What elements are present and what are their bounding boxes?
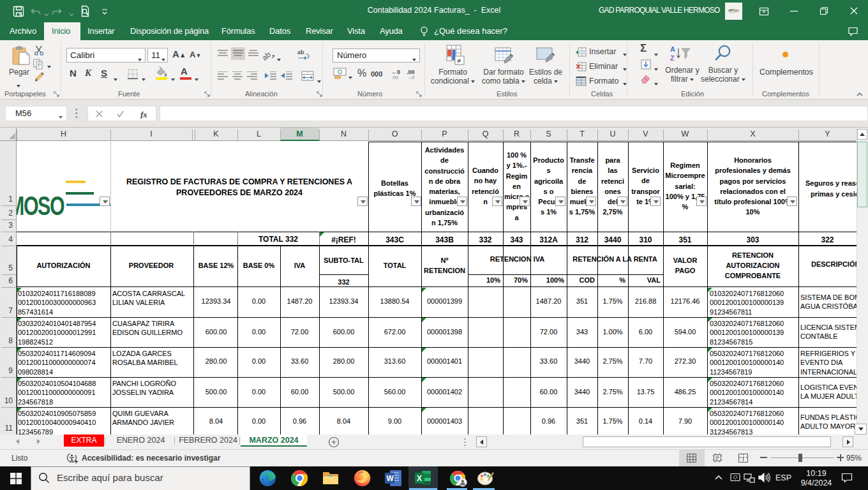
svg-text:A: A [670, 45, 675, 53]
svg-text:ab: ab [297, 49, 304, 56]
svg-text:X: X [417, 474, 422, 483]
svg-text:Z: Z [670, 54, 675, 62]
svg-text:→0: →0 [407, 75, 415, 80]
svg-text:ab: ab [263, 50, 273, 61]
svg-text:≠: ≠ [457, 57, 461, 64]
svg-text:.00: .00 [391, 75, 399, 80]
svg-text:W: W [387, 474, 394, 483]
svg-text:fx: fx [140, 110, 147, 119]
